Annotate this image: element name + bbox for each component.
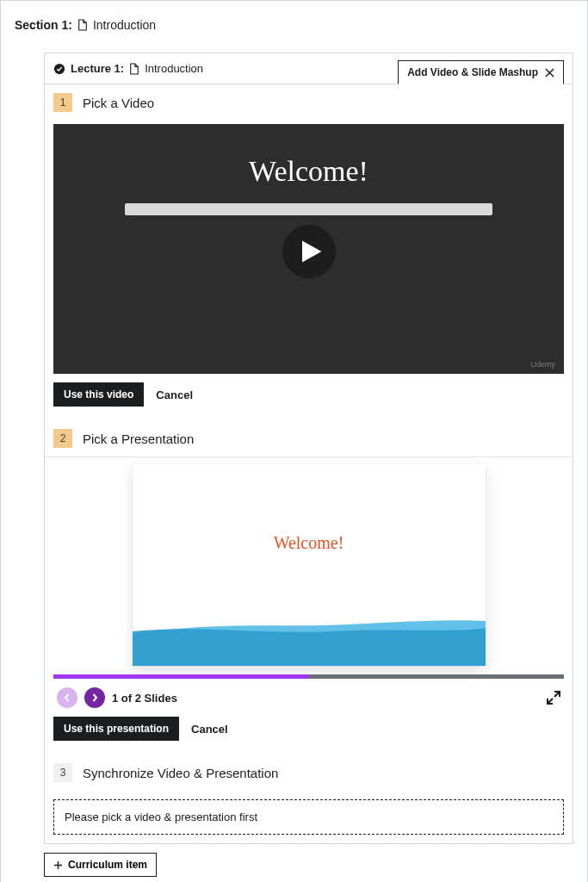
play-button[interactable] xyxy=(282,225,336,278)
slide-controls: 1 of 2 Slides xyxy=(45,679,573,708)
presentation-area: Welcome! xyxy=(45,457,573,674)
chevron-left-icon xyxy=(63,693,71,702)
play-icon xyxy=(298,239,324,264)
step-2-title: Pick a Presentation xyxy=(83,432,194,446)
lecture-label: Lecture 1: xyxy=(71,62,124,75)
video-title: Welcome! xyxy=(249,155,368,188)
sync-message: Please pick a video & presentation first xyxy=(53,799,564,835)
step-number: 3 xyxy=(53,763,72,782)
prev-slide-button[interactable] xyxy=(57,687,77,708)
step-number: 2 xyxy=(53,429,72,448)
mashup-label: Add Video & Slide Mashup xyxy=(407,66,538,78)
expand-icon[interactable] xyxy=(547,691,560,705)
step-1-actions: Use this video Cancel xyxy=(45,374,573,420)
slide-preview[interactable]: Welcome! xyxy=(133,464,486,666)
slide-progress-fill xyxy=(53,674,309,679)
lecture-name: Introduction xyxy=(145,62,203,75)
close-icon[interactable] xyxy=(545,68,554,78)
video-preview[interactable]: Welcome! Udemy xyxy=(53,124,564,374)
section-header: Section 1: Introduction xyxy=(15,18,573,32)
curriculum-editor: Section 1: Introduction Lecture 1: Intro… xyxy=(0,0,588,882)
document-icon xyxy=(129,63,139,75)
mashup-tab[interactable]: Add Video & Slide Mashup xyxy=(398,60,564,84)
next-slide-button[interactable] xyxy=(84,687,105,708)
lecture-title: Lecture 1: Introduction xyxy=(53,62,203,75)
section-label: Section 1: xyxy=(15,18,72,32)
lecture-header: Lecture 1: Introduction Add Video & Slid… xyxy=(45,53,573,84)
cancel-presentation-button[interactable]: Cancel xyxy=(191,723,228,736)
slide-progress-track[interactable] xyxy=(53,674,564,679)
step-2-actions: Use this presentation Cancel xyxy=(45,708,573,755)
watermark: Udemy xyxy=(530,360,555,369)
slide-nav-group: 1 of 2 Slides xyxy=(57,687,177,708)
step-number: 1 xyxy=(53,93,72,112)
step-1-title: Pick a Video xyxy=(83,96,154,110)
use-presentation-button[interactable]: Use this presentation xyxy=(53,717,179,741)
video-progress-bar xyxy=(125,203,492,215)
step-1-header: 1 Pick a Video xyxy=(45,84,573,121)
add-curriculum-item-button[interactable]: Curriculum item xyxy=(44,853,157,877)
curriculum-btn-label: Curriculum item xyxy=(68,859,147,871)
step-2-header: 2 Pick a Presentation xyxy=(45,420,573,457)
step-3-title: Synchronize Video & Presentation xyxy=(83,766,278,780)
chevron-right-icon xyxy=(90,693,99,702)
step-3-header: 3 Synchronize Video & Presentation xyxy=(45,755,573,791)
document-icon xyxy=(77,19,88,31)
check-circle-icon xyxy=(53,63,65,75)
plus-icon xyxy=(53,860,63,870)
lecture-box: Lecture 1: Introduction Add Video & Slid… xyxy=(44,53,573,844)
cancel-video-button[interactable]: Cancel xyxy=(156,388,193,401)
slide-title: Welcome! xyxy=(274,533,344,553)
use-video-button[interactable]: Use this video xyxy=(53,382,144,407)
slide-wave-graphic xyxy=(133,616,486,666)
slide-stage: Welcome! xyxy=(53,461,564,674)
slide-counter: 1 of 2 Slides xyxy=(112,692,177,705)
section-name: Introduction xyxy=(93,18,156,32)
